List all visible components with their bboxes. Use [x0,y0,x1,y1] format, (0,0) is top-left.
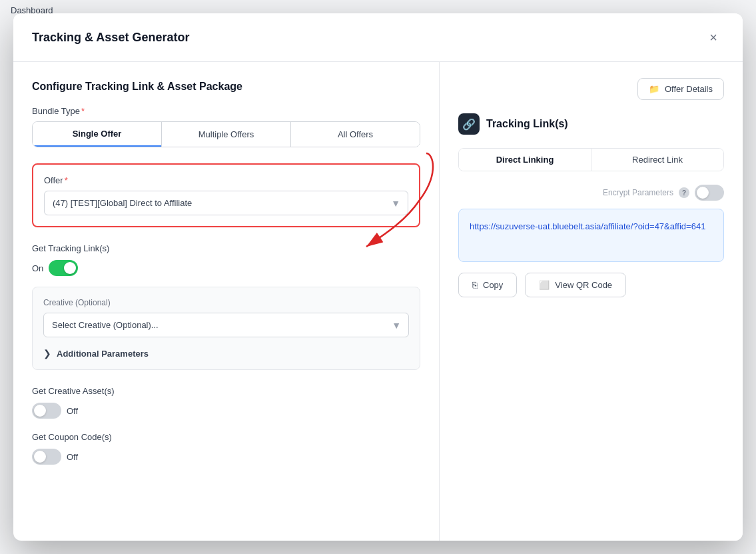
coupon-toggle[interactable] [32,449,61,465]
tab-redirect-link[interactable]: Redirect Link [591,149,723,171]
encrypt-toggle[interactable] [695,185,724,201]
qr-icon: ⬜ [539,280,550,290]
section-title: Configure Tracking Link & Asset Package [32,81,420,93]
copy-button[interactable]: ⎘ Copy [458,273,517,297]
qr-label: View QR Code [555,280,612,290]
additional-params-row[interactable]: ❯ Additional Parameters [43,348,409,359]
coupon-toggle-label: Off [67,452,78,462]
left-panel: Configure Tracking Link & Asset Package … [13,62,440,541]
creative-select-wrapper: Select Creative (Optional)... ▼ [43,313,409,337]
tracking-toggle[interactable] [49,260,78,276]
coupon-toggle-slider [32,449,61,465]
right-panel: 📁 Offer Details 🔗 Tracking Link(s) Direc… [440,62,743,541]
tracking-url: https://suzuverse-uat.bluebelt.asia/affi… [470,220,705,233]
tracking-options-box: Creative (Optional) Select Creative (Opt… [32,287,420,370]
action-buttons: ⎘ Copy ⬜ View QR Code [458,273,724,297]
offer-details-label: Offer Details [665,84,713,94]
coupon-section: Get Coupon Code(s) Off [32,432,420,465]
coupon-toggle-row: Off [32,449,420,465]
right-header: 📁 Offer Details [458,78,724,100]
creative-toggle-row: Off [32,403,420,419]
offer-box: Offer* (47) [TEST][Global] Direct to Aff… [32,163,420,227]
bundle-type-label: Bundle Type* [32,106,420,116]
offer-select[interactable]: (47) [TEST][Global] Direct to Affiliate [44,191,408,215]
tracking-links-heading: 🔗 Tracking Link(s) [458,113,724,135]
get-creative-label: Get Creative Asset(s) [32,386,420,396]
modal-title: Tracking & Asset Generator [32,31,189,45]
offer-label: Offer* [44,175,408,185]
info-icon[interactable]: ? [679,187,689,198]
copy-icon: ⎘ [472,280,478,290]
bundle-btn-single[interactable]: Single Offer [33,122,161,147]
creative-asset-section: Get Creative Asset(s) Off [32,386,420,419]
view-qr-button[interactable]: ⬜ View QR Code [525,273,626,297]
copy-label: Copy [483,280,503,290]
modal-header: Tracking & Asset Generator × [13,13,743,62]
chevron-right-icon: ❯ [43,348,51,359]
modal-dialog: Tracking & Asset Generator × Configure T… [13,13,743,541]
link-icon: 🔗 [458,113,480,135]
link-tabs: Direct Linking Redirect Link [458,148,724,171]
bundle-type-group: Single Offer Multiple Offers All Offers [32,121,420,147]
creative-toggle[interactable] [32,403,61,419]
toggle-on-label: On [32,263,43,273]
get-tracking-label: Get Tracking Link(s) [32,243,420,253]
close-button[interactable]: × [703,27,724,48]
creative-select[interactable]: Select Creative (Optional)... [43,313,409,337]
bundle-btn-multiple[interactable]: Multiple Offers [161,122,290,147]
url-box: https://suzuverse-uat.bluebelt.asia/affi… [458,209,724,262]
tracking-links-label: Tracking Link(s) [486,118,568,130]
briefcase-icon: 📁 [649,84,659,94]
tracking-link-section: Get Tracking Link(s) On Creative (Option… [32,243,420,370]
creative-toggle-slider [32,403,61,419]
toggle-row: On [32,260,420,276]
encrypt-label: Encrypt Parameters [603,188,673,197]
tab-direct-linking[interactable]: Direct Linking [459,149,591,171]
offer-select-wrapper: (47) [TEST][Global] Direct to Affiliate … [44,191,408,215]
modal-body: Configure Tracking Link & Asset Package … [13,62,743,541]
creative-label: Creative (Optional) [43,298,409,307]
creative-toggle-label: Off [67,406,78,416]
offer-details-button[interactable]: 📁 Offer Details [637,78,724,100]
additional-params-label: Additional Parameters [57,349,149,359]
get-coupon-label: Get Coupon Code(s) [32,432,420,442]
modal-overlay: Dashboard Tracking & Asset Generator × C… [0,0,756,554]
encrypt-row: Encrypt Parameters ? [458,185,724,201]
toggle-slider [49,260,78,276]
encrypt-toggle-slider [695,185,724,201]
bundle-btn-all[interactable]: All Offers [290,122,420,147]
